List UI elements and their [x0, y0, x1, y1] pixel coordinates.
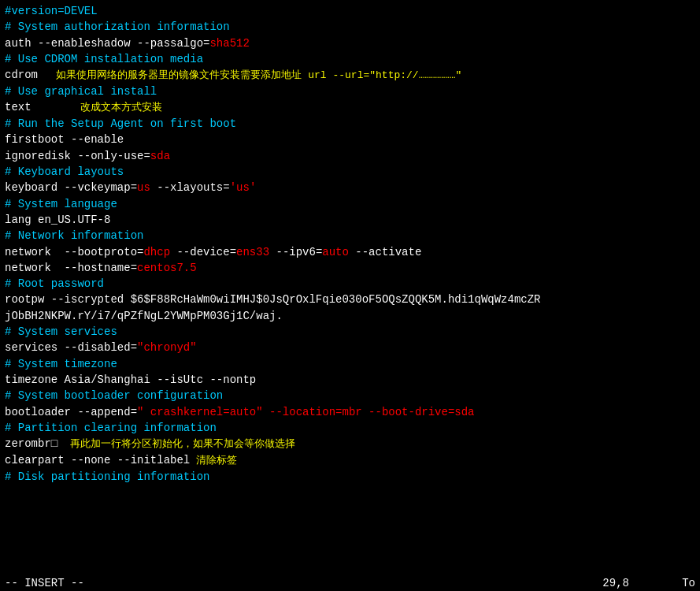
line-segment: # Partition clearing information — [5, 422, 217, 434]
line-segment: rootpw --iscrypted $6$F88RcHaWm0wiIMHJ$0… — [5, 293, 541, 306]
line-segment: firstboot --enable — [5, 133, 124, 146]
terminal-line: ignoredisk --only-use=sda — [5, 148, 695, 164]
line-segment: 再此加一行将分区初始化，如果不加会等你做选择 — [57, 438, 295, 450]
terminal-line: network --hostname=centos7.5 — [5, 260, 695, 276]
line-segment: ignoredisk --only-use= — [5, 150, 150, 162]
line-segment: □ — [51, 437, 57, 450]
line-segment: # System timezone — [5, 358, 117, 370]
line-segment: 如果使用网络的服务器里的镜像文件安装需要添加地址 url --url="http… — [38, 69, 461, 81]
line-segment: centos7.5 — [137, 262, 197, 274]
line-segment: # System language — [5, 198, 117, 210]
terminal-line: # Network information — [5, 228, 695, 243]
line-segment: # System services — [5, 325, 117, 338]
line-segment: # Root password — [5, 277, 104, 290]
terminal-line: timezone Asia/Shanghai --isUtc --nontp — [5, 372, 695, 388]
line-segment: --activate — [349, 246, 421, 258]
insert-mode-label: -- INSERT -- — [5, 577, 84, 589]
terminal-line: auth --enableshadow --passalgo=sha512 — [5, 35, 695, 51]
terminal-line: lang en_US.UTF-8 — [5, 212, 695, 228]
line-segment: lang en_US.UTF-8 — [5, 214, 110, 226]
line-segment: "chronyd" — [137, 341, 197, 354]
line-segment: 改成文本方式安装 — [31, 102, 162, 113]
line-segment: cdrom — [5, 69, 38, 81]
line-segment: #version=DEVEL — [5, 5, 98, 17]
terminal-line: # System authorization information — [5, 19, 695, 35]
terminal-line: # System timezone — [5, 356, 695, 372]
line-segment: network --bootproto= — [5, 246, 143, 258]
terminal-line: # Partition clearing information — [5, 420, 695, 436]
terminal-line: cdrom 如果使用网络的服务器里的镜像文件安装需要添加地址 url --url… — [5, 67, 695, 84]
line-segment: us — [137, 181, 150, 194]
line-segment: auto — [322, 246, 349, 258]
terminal-line: # Run the Setup Agent on first boot — [5, 116, 695, 132]
terminal-line: # System bootloader configuration — [5, 388, 695, 403]
line-segment: network --hostname= — [5, 262, 137, 274]
line-segment: --device= — [170, 246, 236, 258]
line-segment: dhcp — [143, 246, 170, 258]
line-segment: timezone Asia/Shanghai --isUtc --nontp — [5, 374, 256, 386]
terminal-line: # System services — [5, 324, 695, 340]
line-segment: auth --enableshadow --passalgo= — [5, 37, 209, 50]
line-segment: # Network information — [5, 229, 143, 242]
line-segment: # Keyboard layouts — [5, 165, 124, 178]
line-segment: --xlayouts= — [150, 181, 230, 194]
terminal-line: text 改成文本方式安装 — [5, 99, 695, 116]
terminal-line: # System language — [5, 196, 695, 212]
line-segment: # Disk partitioning information — [5, 470, 209, 483]
terminal-line: services --disabled="chronyd" — [5, 340, 695, 355]
terminal-line: # Root password — [5, 276, 695, 292]
line-segment: clearpart --none --initlabel — [5, 454, 190, 466]
line-segment: sha512 — [209, 37, 249, 50]
line-segment: # System authorization information — [5, 20, 230, 33]
terminal-line: zerombr□ 再此加一行将分区初始化，如果不加会等你做选择 — [5, 436, 695, 452]
line-segment: # System bootloader configuration — [5, 389, 223, 402]
line-segment: # Run the Setup Agent on first boot — [5, 117, 236, 130]
terminal: #version=DEVEL# System authorization inf… — [0, 0, 700, 591]
line-segment: bootloader --append= — [5, 406, 137, 418]
terminal-content: #version=DEVEL# System authorization inf… — [5, 3, 695, 485]
line-segment: zerombr — [5, 437, 51, 450]
terminal-line: keyboard --vckeymap=us --xlayouts='us' — [5, 180, 695, 195]
line-segment: --ipv6= — [269, 246, 322, 258]
terminal-line: clearpart --none --initlabel 清除标签 — [5, 452, 695, 469]
terminal-line: rootpw --iscrypted $6$F88RcHaWm0wiIMHJ$0… — [5, 292, 695, 307]
line-segment: 清除标签 — [190, 455, 237, 466]
terminal-line: # Disk partitioning information — [5, 469, 695, 485]
terminal-line: jObBH2NKPW.rY/i7/qPZfNgL2YWMpPM03Gj1C/wa… — [5, 308, 695, 324]
line-segment: services --disabled= — [5, 341, 137, 354]
cursor-position: 29,8 To — [602, 577, 695, 589]
line-segment: keyboard --vckeymap= — [5, 181, 137, 194]
line-segment: sda — [150, 150, 170, 162]
terminal-line: network --bootproto=dhcp --device=ens33 … — [5, 244, 695, 260]
terminal-line: # Use CDROM installation media — [5, 51, 695, 67]
terminal-line: firstboot --enable — [5, 132, 695, 147]
terminal-line: #version=DEVEL — [5, 3, 695, 19]
line-segment: # Use graphical install — [5, 85, 157, 98]
status-bar: -- INSERT -- 29,8 To — [0, 575, 700, 591]
terminal-line: bootloader --append=" crashkernel=auto" … — [5, 404, 695, 420]
line-segment: ens33 — [236, 246, 269, 258]
line-segment: " crashkernel=auto" --location=mbr --boo… — [137, 406, 474, 418]
line-segment: 'us' — [230, 181, 257, 194]
line-segment: jObBH2NKPW.rY/i7/qPZfNgL2YWMpPM03Gj1C/wa… — [5, 310, 283, 322]
line-segment: text — [5, 101, 31, 113]
line-segment: # Use CDROM installation media — [5, 53, 203, 65]
terminal-line: # Use graphical install — [5, 84, 695, 99]
terminal-line: # Keyboard layouts — [5, 164, 695, 180]
